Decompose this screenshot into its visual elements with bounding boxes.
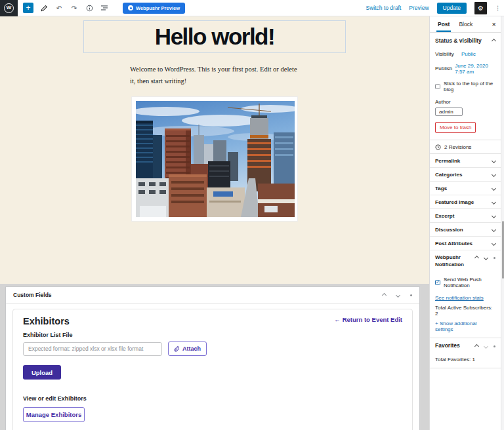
panel-excerpt[interactable]: Excerpt xyxy=(430,209,501,223)
custom-fields-title: Custom Fields xyxy=(13,292,52,298)
toolbar-right-group: Switch to draft Preview Update ⚙ ⋮ xyxy=(366,2,504,14)
publish-value-link[interactable]: June 29, 2020 7:57 am xyxy=(455,63,495,75)
notification-stats-link[interactable]: See notification stats xyxy=(435,295,495,301)
webpushr-panel-title: Webpushr Notification xyxy=(435,254,465,269)
panel-excerpt-label: Excerpt xyxy=(435,213,454,219)
move-up-icon[interactable] xyxy=(474,256,479,260)
favorites-total: Total Favorites: 1 xyxy=(430,353,501,368)
status-visibility-header[interactable]: Status & visibility xyxy=(430,33,501,48)
return-to-event-edit-link[interactable]: ← Return to Event Edit xyxy=(334,316,402,323)
tab-post[interactable]: Post xyxy=(436,16,451,32)
settings-button[interactable]: ⚙ xyxy=(474,2,487,14)
chevron-down-icon xyxy=(492,172,496,176)
editor-canvas: Hello world! Welcome to WordPress. This … xyxy=(0,16,429,284)
manage-exhibitors-button[interactable]: Manage Exhibitors xyxy=(23,407,85,422)
webpushr-panel-body: ✓ Send Web Push Notification See notific… xyxy=(430,273,501,338)
panel-discussion[interactable]: Discussion xyxy=(430,223,501,237)
exhibitor-file-input[interactable] xyxy=(23,342,162,356)
panel-categories[interactable]: Categories xyxy=(430,168,501,182)
panel-options-icon[interactable] xyxy=(494,257,495,259)
tab-block[interactable]: Block xyxy=(457,16,474,32)
upload-button[interactable]: Upload xyxy=(23,365,61,380)
custom-fields-header[interactable]: Custom Fields xyxy=(6,287,419,303)
metabox-area: Custom Fields Exhibitors ← Return to Eve… xyxy=(0,284,429,430)
editor-toolbar: W + ↶ ↷ Webpushr Preview Switch to draft… xyxy=(0,0,504,16)
publish-row: Publish June 29, 2020 7:57 am xyxy=(430,60,501,77)
undo-button[interactable]: ↶ xyxy=(54,3,64,12)
move-up-icon[interactable] xyxy=(382,292,387,297)
move-down-icon[interactable] xyxy=(484,256,488,260)
details-button[interactable] xyxy=(85,3,94,12)
status-visibility-title: Status & visibility xyxy=(435,37,482,44)
stick-to-top-label: Stick to the top of the blog xyxy=(444,81,495,92)
revisions-row[interactable]: 2 Revisions xyxy=(430,140,501,154)
chevron-up-icon xyxy=(492,38,496,43)
kebab-icon: ⋮ xyxy=(495,5,501,11)
more-options-button[interactable]: ⋮ xyxy=(495,5,501,11)
switch-to-draft-link[interactable]: Switch to draft xyxy=(366,5,401,11)
webpushr-preview-button[interactable]: Webpushr Preview xyxy=(123,3,185,14)
chevron-down-icon xyxy=(492,227,496,231)
toolbar-left-group: + ↶ ↷ Webpushr Preview xyxy=(23,3,185,14)
back-arrow-icon: ← xyxy=(334,316,341,323)
chevron-down-icon xyxy=(492,158,496,163)
post-image-block[interactable] xyxy=(131,96,298,222)
undo-icon: ↶ xyxy=(56,5,62,12)
stick-to-top-row: Stick to the top of the blog xyxy=(430,77,501,95)
post-title[interactable]: Hello world! xyxy=(155,24,274,50)
update-button[interactable]: Update xyxy=(437,3,467,14)
preview-link[interactable]: Preview xyxy=(409,5,429,11)
add-block-button[interactable]: + xyxy=(23,3,33,13)
move-down-icon[interactable] xyxy=(396,292,400,297)
panel-options-icon[interactable] xyxy=(410,294,412,296)
webpushr-panel-header: Webpushr Notification xyxy=(430,250,501,273)
exhibitors-card: Exhibitors ← Return to Event Edit Exhibi… xyxy=(12,309,413,430)
panel-permalink[interactable]: Permalink xyxy=(430,154,501,168)
info-icon xyxy=(86,5,93,12)
exhibitors-heading: Exhibitors xyxy=(23,316,70,326)
send-push-checkbox[interactable]: ✓ xyxy=(435,280,440,285)
wordpress-logo-button[interactable]: W xyxy=(0,0,18,16)
publish-label: Publish xyxy=(435,66,455,71)
page-scrollbar[interactable] xyxy=(501,16,504,430)
redo-button[interactable]: ↷ xyxy=(70,3,79,12)
chevron-down-icon xyxy=(492,199,496,204)
move-up-icon[interactable] xyxy=(474,344,479,349)
view-or-edit-label: View or edit Exhibitors xyxy=(23,395,402,402)
attach-button[interactable]: Attach xyxy=(168,342,207,356)
sidebar-tabs: Post Block ✕ xyxy=(430,16,501,33)
wordpress-logo-icon: W xyxy=(4,3,14,13)
author-select[interactable]: admin xyxy=(435,108,463,116)
list-view-icon xyxy=(100,5,108,11)
scrollbar-thumb[interactable] xyxy=(502,221,504,279)
post-title-block[interactable]: Hello world! xyxy=(83,20,346,53)
return-link-label: Return to Event Edit xyxy=(343,316,402,323)
favorites-panel-title: Favorites xyxy=(435,342,460,349)
favorites-panel-header: Favorites xyxy=(430,338,501,353)
move-down-icon[interactable] xyxy=(484,344,488,349)
panel-featured-image[interactable]: Featured Image xyxy=(430,195,501,209)
list-view-button[interactable] xyxy=(100,3,109,12)
webpushr-icon xyxy=(128,5,133,10)
panel-post-attributes[interactable]: Post Attributes xyxy=(430,237,501,250)
chevron-down-icon xyxy=(492,241,496,245)
visibility-value-link[interactable]: Public xyxy=(461,51,476,57)
panel-options-icon[interactable] xyxy=(494,345,495,347)
stick-to-top-checkbox[interactable] xyxy=(435,84,440,89)
move-to-trash-button[interactable]: Move to trash xyxy=(435,122,476,133)
check-icon: ✓ xyxy=(436,280,440,284)
edit-mode-button[interactable] xyxy=(39,3,49,12)
post-paragraph[interactable]: Welcome to WordPress. This is your first… xyxy=(130,64,299,88)
attach-label: Attach xyxy=(182,345,201,352)
panel-discussion-label: Discussion xyxy=(435,227,463,233)
send-push-label: Send Web Push Notification xyxy=(444,277,495,288)
show-additional-settings-link[interactable]: + Show additional settings xyxy=(435,321,495,332)
city-skyline-image xyxy=(136,101,295,217)
send-push-row: ✓ Send Web Push Notification xyxy=(435,273,495,291)
close-sidebar-button[interactable]: ✕ xyxy=(492,22,496,28)
subscribers-count: Total Active Subscribers: 2 xyxy=(435,305,495,317)
panel-tags[interactable]: Tags xyxy=(430,182,501,195)
panel-featured-image-label: Featured Image xyxy=(435,199,474,205)
author-value: admin xyxy=(439,109,453,115)
custom-fields-body: Exhibitors ← Return to Event Edit Exhibi… xyxy=(6,303,419,430)
